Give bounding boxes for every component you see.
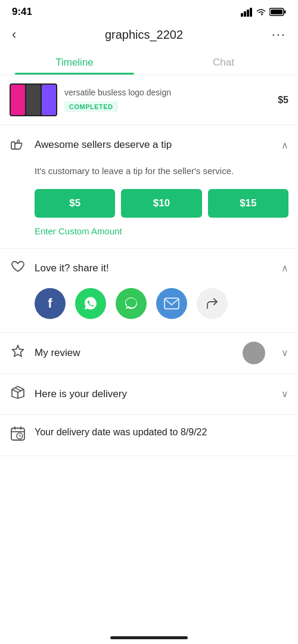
svg-rect-3: [250, 8, 252, 17]
status-time: 9:41: [12, 6, 32, 18]
share-content: f: [0, 288, 298, 332]
more-button[interactable]: ···: [272, 27, 286, 42]
order-price: $5: [278, 95, 288, 106]
tip-5-button[interactable]: $5: [35, 189, 115, 218]
delivery-date-row: Your delivery date was updated to 8/9/22: [0, 415, 298, 456]
share-more-button[interactable]: [197, 288, 228, 319]
battery-icon: [269, 8, 286, 16]
tip-description: It's customary to leave a tip for the se…: [35, 165, 288, 178]
review-toggle[interactable]: [243, 342, 265, 364]
review-section-header[interactable]: My review ∨: [0, 333, 298, 373]
share-section-header[interactable]: Love it? share it! ∧: [0, 249, 298, 288]
share-email-button[interactable]: [156, 288, 187, 319]
whatsapp-icon: [83, 296, 98, 311]
order-info: versatile busless logo design COMPLETED: [64, 88, 271, 112]
header: ‹ graphics_2202 ···: [0, 21, 298, 48]
page-title: graphics_2202: [105, 28, 183, 42]
delivery-chevron-icon: ∨: [281, 388, 288, 400]
home-indicator: [0, 629, 298, 644]
share-section-title: Love it? share it!: [35, 262, 273, 274]
share-message-button[interactable]: [116, 288, 147, 319]
order-status-badge: COMPLETED: [64, 101, 118, 112]
svg-rect-7: [11, 142, 15, 149]
order-thumbnail: [10, 83, 57, 116]
tab-chat[interactable]: Chat: [149, 48, 298, 75]
status-bar: 9:41: [0, 0, 298, 21]
star-icon: [10, 343, 26, 363]
review-chevron-icon: ∨: [281, 347, 288, 358]
tip-buttons-row: $5 $10 $15: [35, 189, 288, 218]
svg-rect-8: [164, 298, 179, 309]
tip-15-button[interactable]: $15: [208, 189, 288, 218]
tip-custom-amount-button[interactable]: Enter Custom Amount: [35, 226, 288, 236]
signal-icon: [241, 8, 253, 17]
calendar-clock-icon: [10, 426, 26, 445]
back-button[interactable]: ‹: [12, 27, 16, 42]
status-icons: [241, 8, 286, 17]
tab-timeline[interactable]: Timeline: [0, 48, 149, 75]
share-whatsapp-button[interactable]: [75, 288, 106, 319]
tip-section-title: Awesome sellers deserve a tip: [35, 139, 273, 151]
heart-icon: [10, 259, 26, 277]
box-icon: [10, 385, 26, 404]
svg-rect-0: [241, 13, 243, 17]
svg-rect-2: [247, 10, 249, 17]
delivery-date-text: Your delivery date was updated to 8/9/22: [35, 426, 207, 439]
order-preview: versatile busless logo design COMPLETED …: [0, 75, 298, 125]
share-section: Love it? share it! ∧ f: [0, 249, 298, 333]
review-section: My review ∨: [0, 333, 298, 374]
tip-10-button[interactable]: $10: [121, 189, 201, 218]
wifi-icon: [256, 8, 266, 16]
share-facebook-button[interactable]: f: [35, 288, 66, 319]
share-chevron-icon: ∧: [281, 262, 288, 274]
tip-section-header[interactable]: Awesome sellers deserve a tip ∧: [0, 125, 298, 165]
svg-rect-6: [284, 11, 286, 14]
home-bar: [110, 636, 188, 639]
order-title: versatile busless logo design: [64, 88, 271, 97]
svg-rect-1: [244, 11, 246, 17]
tip-section: Awesome sellers deserve a tip ∧ It's cus…: [0, 125, 298, 249]
email-icon: [164, 297, 179, 310]
delivery-section-title: Here is your delivery: [35, 388, 273, 400]
delivery-section-header[interactable]: Here is your delivery ∨: [0, 374, 298, 414]
tip-icon: [10, 136, 26, 154]
delivery-section: Here is your delivery ∨: [0, 374, 298, 415]
svg-rect-5: [271, 10, 283, 14]
message-icon: [123, 296, 139, 311]
review-section-title: My review: [35, 347, 273, 359]
tip-content: It's customary to leave a tip for the se…: [0, 165, 298, 248]
tip-chevron-icon: ∧: [281, 140, 288, 151]
share-more-icon: [206, 297, 219, 310]
tabs-container: Timeline Chat: [0, 48, 298, 75]
